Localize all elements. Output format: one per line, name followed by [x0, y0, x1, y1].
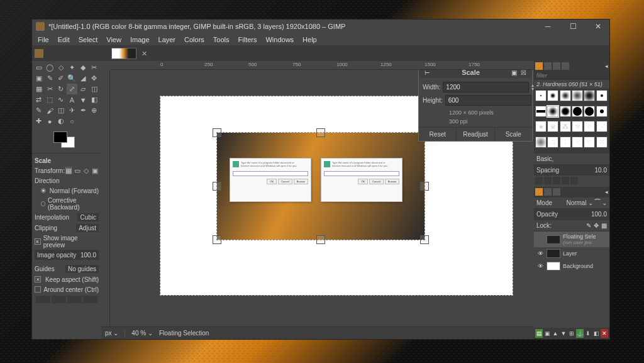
new-group-icon[interactable]: ▣: [543, 329, 551, 338]
brush-dup-icon[interactable]: [553, 177, 560, 184]
tool-gradient[interactable]: ◧: [89, 94, 99, 105]
transform-selection-icon[interactable]: ▭: [74, 167, 81, 174]
width-input[interactable]: [443, 82, 529, 92]
brush-item[interactable]: ⁘: [584, 121, 595, 132]
tab-paths[interactable]: [553, 188, 560, 196]
opt-restore-icon[interactable]: [52, 296, 66, 303]
brush-item[interactable]: ⁖: [584, 137, 595, 148]
image-opacity-value[interactable]: 100.0: [80, 252, 96, 259]
brush-item[interactable]: [584, 90, 595, 101]
tool-bucket[interactable]: ▼: [78, 94, 89, 105]
layer-item[interactable]: 👁 Layer: [534, 247, 609, 260]
menu-image[interactable]: Image: [126, 35, 154, 45]
tab-history[interactable]: [562, 62, 569, 70]
tool-blur[interactable]: ●: [45, 116, 55, 126]
tool-airbrush[interactable]: ✈: [67, 105, 77, 116]
anchor-layer-icon[interactable]: ⚓: [576, 329, 584, 338]
tool-clone[interactable]: ⊕: [89, 105, 99, 116]
layer-opacity-value[interactable]: 100.0: [591, 211, 607, 218]
tool-free-select[interactable]: ◇: [55, 62, 66, 73]
tool-pencil[interactable]: ✎: [33, 105, 44, 116]
maximize-button[interactable]: ☐: [565, 22, 580, 31]
new-layer-icon[interactable]: ▤: [535, 329, 543, 338]
tab-menu-icon[interactable]: ◂: [605, 189, 608, 195]
tool-ellipse-select[interactable]: ◯: [45, 62, 55, 73]
brush-edit-icon[interactable]: [535, 177, 543, 184]
brush-item[interactable]: ⁙: [596, 137, 608, 148]
guides-select[interactable]: No guides: [65, 265, 99, 273]
tool-move[interactable]: ✥: [89, 73, 99, 84]
layer-item[interactable]: 👁 Background: [534, 260, 609, 272]
brush-item[interactable]: ★: [535, 121, 547, 132]
delete-layer-icon[interactable]: ✕: [601, 329, 608, 338]
scale-handle-tl[interactable]: [213, 128, 221, 137]
mask-icon[interactable]: ◧: [592, 329, 600, 338]
tool-perspective[interactable]: ◫: [89, 84, 99, 94]
brush-filter[interactable]: filter: [534, 71, 609, 80]
around-center-checkbox[interactable]: [35, 286, 41, 293]
tab-brushes[interactable]: [535, 62, 543, 70]
scale-close-icon[interactable]: ☒: [519, 70, 528, 76]
menu-file[interactable]: File: [33, 35, 53, 45]
tool-shear[interactable]: ▱: [78, 84, 89, 94]
minimize-button[interactable]: ─: [540, 22, 555, 31]
brush-item[interactable]: ∴: [547, 137, 558, 148]
menu-colors[interactable]: Colors: [180, 35, 209, 45]
brush-item-selected[interactable]: [547, 106, 558, 117]
brush-item[interactable]: [596, 106, 608, 117]
tool-smudge[interactable]: ◐: [55, 116, 66, 126]
tool-dodge[interactable]: ○: [67, 116, 77, 126]
duplicate-layer-icon[interactable]: ⊞: [568, 329, 575, 338]
width-spinner[interactable]: ▴▾: [531, 84, 534, 91]
status-unit[interactable]: px ⌄: [105, 330, 118, 337]
opt-save-icon[interactable]: [36, 296, 50, 303]
tool-paintbrush[interactable]: 🖌: [45, 105, 55, 116]
brush-item[interactable]: ፨: [572, 121, 583, 132]
tool-by-color[interactable]: ◆: [78, 62, 89, 73]
tool-scissors[interactable]: ✂: [89, 62, 99, 73]
tool-crop[interactable]: ✂: [45, 84, 55, 94]
brush-item[interactable]: [535, 106, 547, 117]
tab-patterns[interactable]: [544, 62, 552, 70]
tab-layers[interactable]: [535, 188, 543, 196]
direction-normal-radio[interactable]: [41, 188, 46, 193]
brush-item[interactable]: ⋰: [596, 121, 608, 132]
tool-heal[interactable]: ✚: [33, 116, 44, 126]
brush-item[interactable]: [560, 90, 571, 101]
tool-rotate[interactable]: ↻: [55, 84, 66, 94]
canvas-viewport[interactable]: Type the name of a program folder docume…: [110, 70, 534, 327]
brush-item[interactable]: [547, 90, 558, 101]
brush-item[interactable]: [535, 90, 547, 101]
brush-item[interactable]: [572, 90, 583, 101]
tool-zoom[interactable]: 🔍: [67, 73, 77, 84]
tab-fonts[interactable]: [553, 62, 560, 70]
tool-paths[interactable]: ✎: [45, 73, 55, 84]
tab-channels[interactable]: [544, 188, 552, 196]
brush-preset[interactable]: Basic,: [536, 155, 553, 162]
tool-rect-select[interactable]: ▭: [33, 62, 44, 73]
brush-item[interactable]: [572, 106, 583, 117]
opt-delete-icon[interactable]: [67, 296, 82, 303]
preview-checkbox[interactable]: ✕: [35, 238, 41, 245]
raise-layer-icon[interactable]: ▲: [552, 329, 559, 338]
keep-aspect-checkbox[interactable]: ✕: [35, 276, 41, 282]
scale-handle-mr[interactable]: [420, 182, 429, 191]
menu-windows[interactable]: Windows: [261, 35, 298, 45]
image-tab[interactable]: [111, 48, 136, 59]
brush-item[interactable]: ⁂: [560, 121, 571, 132]
fg-color[interactable]: [53, 131, 67, 143]
visibility-icon[interactable]: 👁: [536, 263, 544, 269]
scale-handle-br[interactable]: [420, 235, 429, 244]
clipping-select[interactable]: Adjust: [76, 224, 99, 232]
tool-flip[interactable]: ⇄: [33, 94, 44, 105]
tab-menu-icon[interactable]: ◂: [605, 63, 608, 69]
brush-item[interactable]: ⋱: [572, 137, 583, 148]
lock-position-icon[interactable]: ✥: [594, 222, 599, 229]
interpolation-select[interactable]: Cubic: [77, 213, 99, 221]
scale-handle-tm[interactable]: [316, 128, 325, 137]
tool-warp[interactable]: ∿: [55, 94, 66, 105]
direction-corrective-radio[interactable]: [41, 201, 45, 206]
spacing-value[interactable]: 10.0: [595, 167, 607, 174]
status-zoom[interactable]: 40 % ⌄: [131, 330, 153, 337]
lower-layer-icon[interactable]: ▼: [560, 329, 567, 338]
